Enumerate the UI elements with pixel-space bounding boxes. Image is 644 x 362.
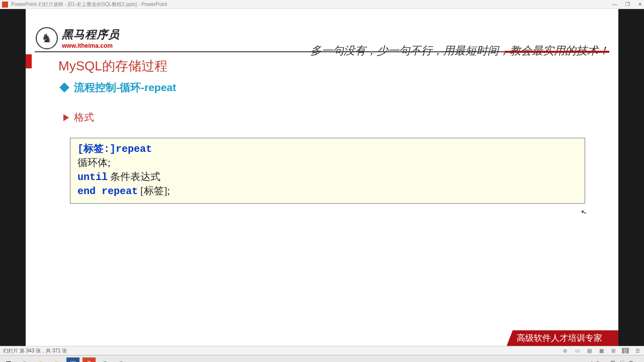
diamond-bullet-icon <box>59 82 69 93</box>
chrome-icon[interactable]: ◉ <box>18 357 31 363</box>
explorer-icon[interactable]: ▮ <box>50 357 63 363</box>
logo: ♞ 黑马程序员 www.itheima.com <box>36 27 120 49</box>
tray-chevron-icon[interactable]: ^ <box>591 360 593 363</box>
tray-screen-icon[interactable]: ▭ <box>602 360 607 362</box>
app-icon-2[interactable]: ▮ <box>115 357 128 363</box>
reading-view-icon[interactable]: ▦ <box>598 348 605 353</box>
powerpoint-app-icon <box>2 2 8 8</box>
app-icon-1[interactable]: ▮ <box>99 357 112 363</box>
word-icon[interactable]: W <box>66 357 79 363</box>
notifications-icon[interactable]: ▭ <box>637 360 642 362</box>
grid-view-icon[interactable]: ⊞ <box>610 348 617 353</box>
browser-icon[interactable]: ◔ <box>34 357 47 363</box>
slide-title: MySQL的存储过程 <box>58 57 168 75</box>
powerpoint-icon[interactable]: P <box>83 357 96 363</box>
sorter-view-icon[interactable]: ▤ <box>586 348 593 353</box>
minimize-button[interactable]: — <box>612 2 617 7</box>
format-label: 格式 <box>74 111 94 124</box>
horse-icon: ♞ <box>36 27 58 49</box>
tray-app-icon[interactable]: ▮ <box>596 360 599 362</box>
red-side-tab <box>26 54 32 68</box>
ime-indicator[interactable]: 中 <box>628 359 634 362</box>
window-titlebar: PowerPoint 幻灯片放映 - [01-史上最全的SQL教程2.pptx]… <box>0 0 644 9</box>
slide-content: ♞ 黑马程序员 www.itheima.com 多一句没有，少一句不行，用最短时… <box>26 9 618 346</box>
header-divider <box>35 51 609 52</box>
system-tray: ^ ▮ ▭ ☰ 🔊 中 ▭ <box>591 359 642 362</box>
tray-volume-icon[interactable]: 🔊 <box>618 360 625 362</box>
slideshow-view-icon[interactable]: ▯ <box>622 348 629 353</box>
maximize-button[interactable]: ❐ <box>625 2 630 7</box>
slide-counter: 幻灯片 第 343 张，共 371 张 <box>3 347 67 354</box>
tray-network-icon[interactable]: ☰ <box>610 360 615 362</box>
comments-icon[interactable]: ☰ <box>634 348 641 353</box>
start-button[interactable]: ⊞ <box>2 357 15 363</box>
triangle-bullet-icon <box>63 114 69 121</box>
slideshow-stage[interactable]: ♞ 黑马程序员 www.itheima.com 多一句没有，少一句不行，用最短时… <box>0 9 644 346</box>
notes-icon[interactable]: ⊘ <box>561 348 569 353</box>
view-controls: ⊘ ▭ ▤ ▦ ⊞ ▯ ☰ <box>561 348 641 353</box>
close-button[interactable]: ✕ <box>638 2 642 7</box>
windows-taskbar: ⊞ ◉ ◔ ▮ W P ▮ ▮ ^ ▮ ▭ ☰ 🔊 中 ▭ <box>0 355 644 362</box>
code-block: [标签:]repeat 循环体; until 条件表达式 end repeat … <box>70 138 585 204</box>
logo-chinese: 黑马程序员 <box>62 27 120 42</box>
window-title: PowerPoint 幻灯片放映 - [01-史上最全的SQL教程2.pptx]… <box>11 1 167 8</box>
normal-view-icon[interactable]: ▭ <box>574 348 581 353</box>
footer-ribbon: 高级软件人才培训专家 <box>507 330 618 346</box>
window-controls: — ❐ ✕ <box>612 2 642 7</box>
status-bar: 幻灯片 第 343 张，共 371 张 ⊘ ▭ ▤ ▦ ⊞ ▯ ☰ <box>0 346 644 355</box>
logo-url: www.itheima.com <box>62 42 120 49</box>
subtitle: 流程控制-循环-repeat <box>74 80 176 95</box>
